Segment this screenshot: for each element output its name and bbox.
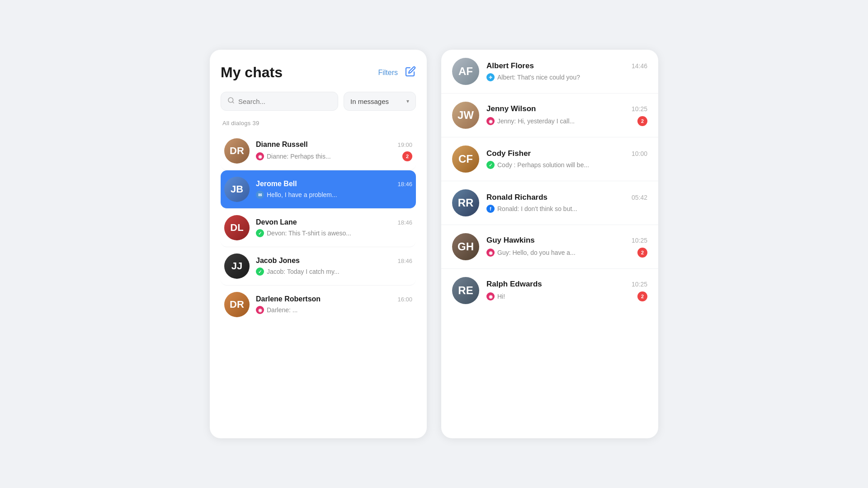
preview-text: Hello, I have a problem... [267,191,412,198]
chat-time: 16:00 [397,296,412,303]
platform-icon: ✈ [486,73,495,81]
search-row: In messages ▾ [221,92,416,111]
right-preview: ◉ Jenny: Hi, yesterday I call... 2 [486,116,647,126]
chat-name-row: Darlene Robertson 16:00 [256,295,412,303]
chat-time: 18:46 [397,181,412,188]
preview-text: Darlene: ... [267,306,412,314]
right-chat-item-guy[interactable]: GH Guy Hawkins 10:25 ◉ Guy: Hello, do yo… [441,225,658,269]
right-name: Ralph Edwards [486,280,542,289]
right-name-row: Cody Fisher 10:00 [486,149,647,158]
right-name-row: Guy Hawkins 10:25 [486,236,647,245]
dialogs-label: All dialogs 39 [221,120,416,127]
chat-item-darlene[interactable]: DR Darlene Robertson 16:00 ◉ Darlene: ..… [221,286,416,324]
chat-time: 18:46 [397,258,412,264]
right-preview-text: Hi! [497,293,635,300]
avatar: GH [452,233,479,260]
filters-button[interactable]: Filters [378,69,398,77]
unread-badge: 2 [402,151,412,161]
right-chat-item-cody[interactable]: CF Cody Fisher 10:00 ✓ Cody : Perhaps so… [441,137,658,181]
right-preview: ✈ Albert: That's nice could you? [486,73,647,81]
chat-info: Darlene Robertson 16:00 ◉ Darlene: ... [256,295,412,314]
search-icon [227,97,235,106]
chat-info: Devon Lane 18:46 ✓ Devon: This T-shirt i… [256,218,412,237]
right-preview: f Ronald: I don't think so but... [486,205,647,213]
avatar: JW [452,102,479,129]
avatar: JB [224,177,250,202]
search-input[interactable] [238,98,331,105]
chat-preview: ✓ Jacob: Today I catch my... [256,267,412,276]
avatar: AF [452,58,479,85]
right-chat-item-ralph[interactable]: RE Ralph Edwards 10:25 ◉ Hi! 2 [441,269,658,312]
chat-item-dianne[interactable]: DR Dianne Russell 19:00 ◉ Dianne: Perhap… [221,132,416,170]
right-preview-text: Cody : Perhaps solution will be... [497,161,647,169]
right-chat-info: Jenny Wilson 10:25 ◉ Jenny: Hi, yesterda… [486,104,647,126]
page-title: My chats [221,64,283,81]
right-name: Guy Hawkins [486,236,535,245]
right-chat-item-jenny[interactable]: JW Jenny Wilson 10:25 ◉ Jenny: Hi, yeste… [441,94,658,137]
right-preview-text: Ronald: I don't think so but... [497,205,647,212]
chat-name-row: Jerome Bell 18:46 [256,180,412,188]
avatar: DR [224,138,250,164]
platform-icon: ✓ [256,267,264,276]
platform-icon: ◉ [486,117,495,125]
chat-item-jacob[interactable]: JJ Jacob Jones 18:46 ✓ Jacob: Today I ca… [221,247,416,286]
chat-name: Devon Lane [256,218,297,226]
right-name: Albert Flores [486,61,534,70]
platform-icon: ✉ [256,191,264,199]
chat-info: Jacob Jones 18:46 ✓ Jacob: Today I catch… [256,257,412,276]
search-box[interactable] [221,92,338,111]
panel-header: My chats Filters [221,64,416,81]
chat-name: Darlene Robertson [256,295,321,303]
avatar: DL [224,215,250,240]
platform-icon: ◉ [486,249,495,257]
unread-badge: 2 [637,291,647,301]
chat-name-row: Dianne Russell 19:00 [256,141,412,149]
avatar: RR [452,189,479,216]
compose-icon[interactable] [405,66,416,80]
avatar: DR [224,292,250,317]
chat-item-devon[interactable]: DL Devon Lane 18:46 ✓ Devon: This T-shir… [221,209,416,247]
right-preview: ✓ Cody : Perhaps solution will be... [486,161,647,169]
chat-item-jerome[interactable]: JB Jerome Bell 18:46 ✉ Hello, I have a p… [221,170,416,209]
right-time: 05:42 [632,194,647,201]
platform-icon: ◉ [486,292,495,300]
chat-name-row: Devon Lane 18:46 [256,218,412,226]
chat-info: Jerome Bell 18:46 ✉ Hello, I have a prob… [256,180,412,199]
unread-badge: 2 [637,248,647,258]
right-name: Cody Fisher [486,149,531,158]
right-chat-item-albert[interactable]: AF Albert Flores 14:46 ✈ Albert: That's … [441,50,658,94]
right-name-row: Ronald Richards 05:42 [486,193,647,202]
right-name: Jenny Wilson [486,104,536,113]
right-preview: ◉ Guy: Hello, do you have a... 2 [486,248,647,258]
preview-text: Dianne: Perhaps this... [267,153,400,160]
chat-name: Dianne Russell [256,141,308,149]
right-chat-item-ronald[interactable]: RR Ronald Richards 05:42 f Ronald: I don… [441,181,658,225]
right-chat-info: Guy Hawkins 10:25 ◉ Guy: Hello, do you h… [486,236,647,258]
chat-preview: ◉ Darlene: ... [256,306,412,314]
right-time: 10:25 [632,237,647,244]
chat-info: Dianne Russell 19:00 ◉ Dianne: Perhaps t… [256,141,412,161]
chat-preview: ✉ Hello, I have a problem... [256,191,412,199]
right-name-row: Jenny Wilson 10:25 [486,104,647,113]
platform-icon: ✓ [486,161,495,169]
right-name: Ronald Richards [486,193,547,202]
right-name-row: Albert Flores 14:46 [486,61,647,70]
preview-text: Jacob: Today I catch my... [267,268,412,275]
chat-preview: ✓ Devon: This T-shirt is aweso... [256,229,412,237]
avatar: JJ [224,253,250,279]
right-chat-info: Ralph Edwards 10:25 ◉ Hi! 2 [486,280,647,301]
preview-text: Devon: This T-shirt is aweso... [267,230,412,237]
in-messages-dropdown[interactable]: In messages ▾ [344,92,416,111]
unread-badge: 2 [637,116,647,126]
right-preview-text: Jenny: Hi, yesterday I call... [497,117,635,125]
right-chat-info: Albert Flores 14:46 ✈ Albert: That's nic… [486,61,647,81]
chat-time: 19:00 [397,141,412,148]
platform-icon: ◉ [256,152,264,160]
chat-time: 18:46 [397,219,412,226]
chat-name: Jacob Jones [256,257,300,265]
right-preview-text: Albert: That's nice could you? [497,74,647,81]
chat-name-row: Jacob Jones 18:46 [256,257,412,265]
right-time: 10:25 [632,105,647,113]
right-preview-text: Guy: Hello, do you have a... [497,249,635,256]
chat-list: DR Dianne Russell 19:00 ◉ Dianne: Perhap… [221,132,416,438]
